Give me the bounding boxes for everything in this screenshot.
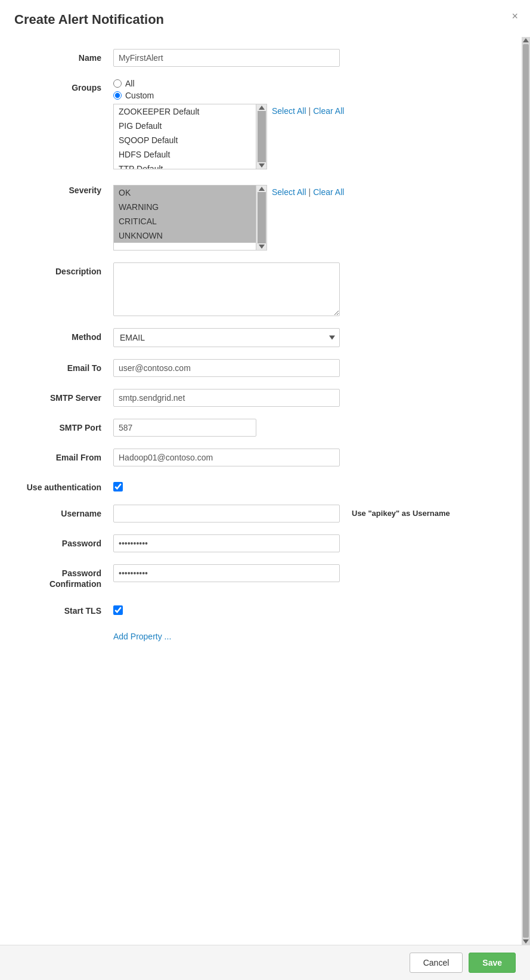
groups-select-all-link[interactable]: Select All xyxy=(272,106,306,116)
password-label: Password xyxy=(24,534,113,549)
groups-listbox-section: ZOOKEEPER Default PIG Default SQOOP Defa… xyxy=(113,104,498,169)
description-label: Description xyxy=(24,262,113,277)
groups-links-separator: | xyxy=(309,106,311,116)
use-auth-label: Use authentication xyxy=(24,478,113,493)
username-control: Use "apikey" as Username xyxy=(113,505,498,523)
add-property-control: Add Property ... xyxy=(113,628,498,641)
radio-custom-row[interactable]: Custom xyxy=(113,91,498,100)
password-confirm-input[interactable] xyxy=(113,564,340,582)
email-from-control xyxy=(113,449,498,466)
password-input[interactable] xyxy=(113,534,340,552)
groups-listbox[interactable]: ZOOKEEPER Default PIG Default SQOOP Defa… xyxy=(113,104,256,169)
dialog-footer: Cancel Save xyxy=(0,945,530,980)
radio-all-row[interactable]: All xyxy=(113,79,498,88)
start-tls-checkbox[interactable] xyxy=(113,605,123,615)
close-button[interactable]: × xyxy=(512,11,518,21)
save-button[interactable]: Save xyxy=(469,953,516,973)
username-hint: Use "apikey" as Username xyxy=(352,509,450,519)
severity-listbox-scrollbar[interactable] xyxy=(256,185,267,251)
email-to-label: Email To xyxy=(24,359,113,373)
radio-custom-label: Custom xyxy=(125,91,154,100)
groups-radio-group: All Custom xyxy=(113,79,498,100)
use-auth-control xyxy=(113,478,498,491)
list-item[interactable]: TTP Default xyxy=(114,162,256,169)
dialog-scrollbar[interactable] xyxy=(522,37,530,945)
scroll-up-arrow[interactable] xyxy=(259,106,265,110)
severity-select-all-link[interactable]: Select All xyxy=(272,187,306,197)
method-label: Method xyxy=(24,328,113,342)
smtp-server-control xyxy=(113,389,498,407)
name-label: Name xyxy=(24,49,113,63)
email-to-row: Email To xyxy=(0,353,522,383)
list-item[interactable]: HDFS Default xyxy=(114,147,256,162)
scroll-thumb xyxy=(258,111,266,162)
list-item[interactable]: OK xyxy=(114,186,256,200)
use-auth-checkbox-row xyxy=(113,478,498,491)
list-item[interactable]: CRITICAL xyxy=(114,214,256,228)
list-item[interactable]: PIG Default xyxy=(114,119,256,133)
username-row-controls: Use "apikey" as Username xyxy=(113,505,498,523)
severity-listbox-links: Select All | Clear All xyxy=(272,185,344,197)
description-row: Description xyxy=(0,256,522,322)
list-item[interactable]: UNKNOWN xyxy=(114,228,256,243)
name-input[interactable] xyxy=(113,49,340,67)
severity-row: Severity OK WARNING CRITICAL UNKNOWN xyxy=(0,175,522,256)
username-input[interactable] xyxy=(113,505,340,523)
start-tls-row: Start TLS xyxy=(0,596,522,622)
groups-row: Groups All Custom xyxy=(0,73,522,175)
radio-custom[interactable] xyxy=(113,91,122,100)
password-confirm-label: Password Confirmation xyxy=(24,564,113,589)
scrollbar-up-arrow[interactable] xyxy=(523,38,529,42)
scroll-thumb xyxy=(258,192,266,243)
severity-control: OK WARNING CRITICAL UNKNOWN xyxy=(113,181,498,251)
groups-listbox-links: Select All | Clear All xyxy=(272,104,344,116)
scrollbar-thumb xyxy=(523,44,529,938)
cancel-button[interactable]: Cancel xyxy=(410,953,463,973)
list-item[interactable]: ZOOKEEPER Default xyxy=(114,104,256,119)
username-input-wrap xyxy=(113,505,340,523)
groups-listbox-scrollbar[interactable] xyxy=(256,104,267,169)
method-select[interactable]: EMAIL SNMP PAGERDUTY xyxy=(113,328,340,347)
method-control: EMAIL SNMP PAGERDUTY xyxy=(113,328,498,347)
scroll-down-arrow[interactable] xyxy=(259,245,265,249)
password-confirm-control xyxy=(113,564,498,582)
add-property-link[interactable]: Add Property ... xyxy=(113,628,498,641)
password-control xyxy=(113,534,498,552)
smtp-server-input[interactable] xyxy=(113,389,340,407)
list-item[interactable]: WARNING xyxy=(114,200,256,214)
email-to-input[interactable] xyxy=(113,359,340,377)
severity-listbox[interactable]: OK WARNING CRITICAL UNKNOWN xyxy=(113,185,256,251)
start-tls-checkbox-row xyxy=(113,602,498,615)
scroll-up-arrow[interactable] xyxy=(259,187,265,191)
email-from-label: Email From xyxy=(24,449,113,463)
list-item[interactable]: SQOOP Default xyxy=(114,133,256,147)
dialog: Create Alert Notification × Name Groups xyxy=(0,0,530,980)
name-control xyxy=(113,49,498,67)
severity-listbox-section: OK WARNING CRITICAL UNKNOWN xyxy=(113,185,498,251)
smtp-server-row: SMTP Server xyxy=(0,383,522,413)
method-row: Method EMAIL SNMP PAGERDUTY xyxy=(0,322,522,353)
severity-clear-all-link[interactable]: Clear All xyxy=(313,187,344,197)
radio-all-label: All xyxy=(125,79,135,88)
smtp-port-row: SMTP Port xyxy=(0,413,522,443)
groups-control: All Custom ZOOKEEPER Default PIG Default xyxy=(113,79,498,169)
radio-all[interactable] xyxy=(113,79,122,88)
dialog-title: Create Alert Notification xyxy=(14,12,516,27)
email-to-control xyxy=(113,359,498,377)
dialog-header: Create Alert Notification × xyxy=(0,0,530,37)
start-tls-control xyxy=(113,602,498,615)
use-auth-checkbox[interactable] xyxy=(113,482,123,491)
email-from-row: Email From xyxy=(0,443,522,472)
smtp-port-label: SMTP Port xyxy=(24,419,113,433)
scrollbar-down-arrow[interactable] xyxy=(523,939,529,944)
scroll-down-arrow[interactable] xyxy=(259,163,265,168)
smtp-port-control xyxy=(113,419,498,437)
smtp-port-input[interactable] xyxy=(113,419,256,437)
severity-label: Severity xyxy=(24,181,113,196)
method-select-wrapper: EMAIL SNMP PAGERDUTY xyxy=(113,328,340,347)
username-row: Username Use "apikey" as Username xyxy=(0,499,522,528)
dialog-body: Name Groups All Custom xyxy=(0,37,522,945)
groups-clear-all-link[interactable]: Clear All xyxy=(313,106,344,116)
email-from-input[interactable] xyxy=(113,449,340,466)
description-textarea[interactable] xyxy=(113,262,340,316)
